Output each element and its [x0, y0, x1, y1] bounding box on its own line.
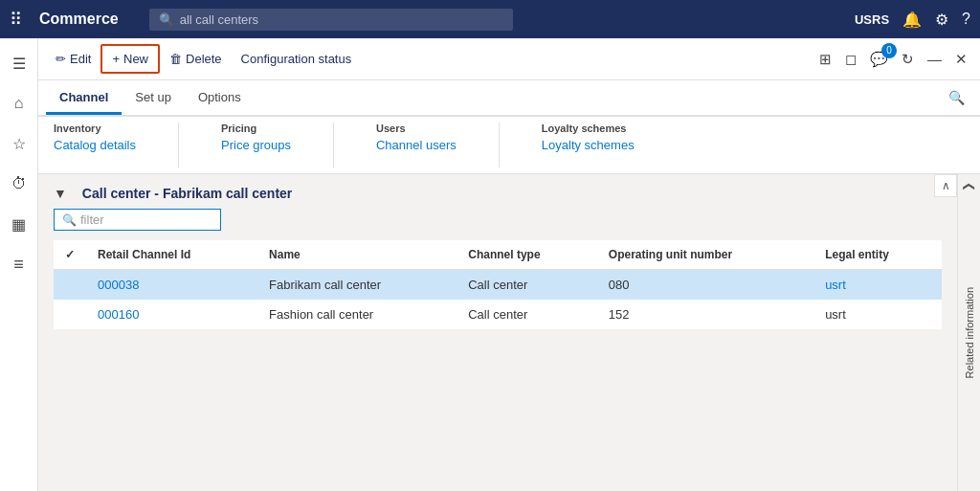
row-name-1: Fabrikam call center — [257, 270, 457, 301]
col-operating-unit: Operating unit number — [597, 240, 813, 270]
apps-icon[interactable]: ⠿ — [10, 9, 22, 30]
ribbon-catalog-details[interactable]: Catalog details — [54, 138, 136, 152]
ribbon-channel-users[interactable]: Channel users — [376, 138, 457, 152]
close-icon[interactable]: ✕ — [950, 47, 972, 72]
refresh-icon[interactable]: ↻ — [897, 47, 919, 72]
help-icon[interactable]: ? — [962, 11, 970, 28]
ribbon-group-users: Users Channel users — [376, 123, 457, 167]
ribbon-group-loyalty: Loyalty schemes Loyalty schemes — [542, 123, 635, 167]
ribbon-sep-1 — [178, 123, 179, 167]
ribbon-inventory-items: Catalog details — [54, 138, 136, 152]
ribbon-sep-2 — [333, 123, 334, 167]
ribbon-loyalty-items: Loyalty schemes — [542, 138, 635, 152]
search-icon: 🔍 — [159, 12, 174, 27]
bell-icon[interactable]: 🔔 — [902, 11, 922, 29]
gear-icon[interactable]: ⚙ — [935, 11, 948, 29]
col-name: Name — [257, 240, 457, 270]
table-head-row: ✓ Retail Channel Id Name Channel type Op… — [54, 240, 942, 270]
row-channel-type-2: Call center — [457, 300, 597, 329]
top-nav: ⠿ Commerce 🔍 USRS 🔔 ⚙ ? — [0, 0, 980, 38]
tab-search-icon[interactable]: 🔍 — [941, 86, 972, 109]
collapse-button[interactable]: ∧ — [934, 174, 957, 197]
row-legal-entity-1[interactable]: usrt — [813, 270, 942, 301]
config-status-button[interactable]: Configuration status — [232, 46, 362, 72]
table-container: ▼ Call center - Fabrikam call center 🔍 ✓… — [38, 174, 957, 491]
delete-icon: 🗑 — [169, 52, 182, 66]
edit-button[interactable]: ✏ Edit — [46, 46, 100, 72]
user-label: USRS — [855, 12, 889, 27]
top-right-actions: ⊞ ◻ 💬 0 ↻ — ✕ — [814, 47, 972, 72]
col-check: ✓ — [54, 240, 86, 270]
plus-icon: + — [112, 52, 120, 66]
row-name-2: Fashion call center — [257, 300, 457, 329]
row-retail-id-1[interactable]: 000038 — [86, 270, 257, 301]
sidebar: ☰ ⌂ ☆ ⏱ ▦ ≡ — [0, 38, 38, 491]
minimize-icon[interactable]: — — [923, 47, 947, 71]
table-area: ∧ ▼ Call center - Fabrikam call center 🔍 — [38, 174, 980, 491]
ribbon-pricing-items: Price groups — [221, 138, 291, 152]
ribbon-price-groups[interactable]: Price groups — [221, 138, 291, 152]
ribbon-group-inventory: Inventory Catalog details — [54, 123, 136, 167]
filter-search-icon: 🔍 — [62, 213, 77, 227]
search-input[interactable] — [180, 12, 503, 27]
tab-options[interactable]: Options — [185, 82, 255, 115]
main-layout: ☰ ⌂ ☆ ⏱ ▦ ≡ ✏ Edit + New 🗑 Delete Config… — [0, 38, 980, 491]
sidebar-home[interactable]: ⌂ — [2, 86, 36, 121]
filter-input[interactable] — [80, 212, 212, 227]
table-title: Call center - Fabrikam call center — [82, 186, 292, 201]
col-channel-type: Channel type — [457, 240, 597, 270]
notification-badge: 0 — [881, 43, 897, 58]
sidebar-hamburger[interactable]: ☰ — [2, 46, 36, 80]
table-row[interactable]: 000038 Fabrikam call center Call center … — [54, 270, 942, 301]
window-icon[interactable]: ◻ — [840, 47, 861, 72]
col-legal-entity: Legal entity — [813, 240, 942, 270]
ribbon: Inventory Catalog details Pricing Price … — [38, 117, 980, 174]
delete-button[interactable]: 🗑 Delete — [160, 46, 232, 72]
sidebar-favorites[interactable]: ☆ — [2, 126, 36, 161]
row-check-2 — [54, 300, 86, 329]
col-retail-channel-id: Retail Channel Id — [86, 240, 257, 270]
ribbon-users-items: Channel users — [376, 138, 457, 152]
data-table: ✓ Retail Channel Id Name Channel type Op… — [54, 240, 942, 329]
filter-icon[interactable]: ▼ — [54, 186, 67, 201]
row-check-1 — [54, 270, 86, 301]
table-header-row: ▼ Call center - Fabrikam call center — [54, 186, 942, 201]
sidebar-recent[interactable]: ⏱ — [2, 167, 36, 201]
row-operating-unit-1: 080 — [597, 270, 813, 301]
app-title: Commerce — [39, 11, 119, 28]
tab-bar: Channel Set up Options 🔍 — [38, 80, 980, 117]
row-legal-entity-2: usrt — [813, 300, 942, 329]
company-icon[interactable]: ⊞ — [814, 47, 836, 72]
related-info-panel[interactable]: ❮ Related information — [957, 174, 980, 491]
notification-wrap: 💬 0 — [865, 47, 893, 72]
ribbon-group-pricing: Pricing Price groups — [221, 123, 291, 167]
ribbon-loyalty-schemes[interactable]: Loyalty schemes — [542, 138, 635, 152]
new-button[interactable]: + New — [100, 44, 160, 74]
top-nav-right: USRS 🔔 ⚙ ? — [855, 11, 970, 29]
content-area: ✏ Edit + New 🗑 Delete Configuration stat… — [38, 38, 980, 491]
panel-arrow-icon: ❮ — [963, 182, 976, 191]
table-row[interactable]: 000160 Fashion call center Call center 1… — [54, 300, 942, 329]
tab-channel[interactable]: Channel — [46, 82, 122, 115]
ribbon-sep-3 — [499, 123, 500, 167]
row-channel-type-1: Call center — [457, 270, 597, 301]
search-bar[interactable]: 🔍 — [149, 9, 513, 31]
action-bar: ✏ Edit + New 🗑 Delete Configuration stat… — [38, 38, 980, 80]
row-retail-id-2[interactable]: 000160 — [86, 300, 257, 329]
filter-input-wrap[interactable]: 🔍 — [54, 209, 221, 231]
sidebar-workspaces[interactable]: ▦ — [2, 207, 36, 241]
sidebar-modules[interactable]: ≡ — [2, 247, 36, 281]
edit-icon: ✏ — [56, 52, 66, 66]
related-info-label: Related information — [964, 287, 975, 378]
tab-setup[interactable]: Set up — [122, 82, 185, 115]
row-operating-unit-2: 152 — [597, 300, 813, 329]
